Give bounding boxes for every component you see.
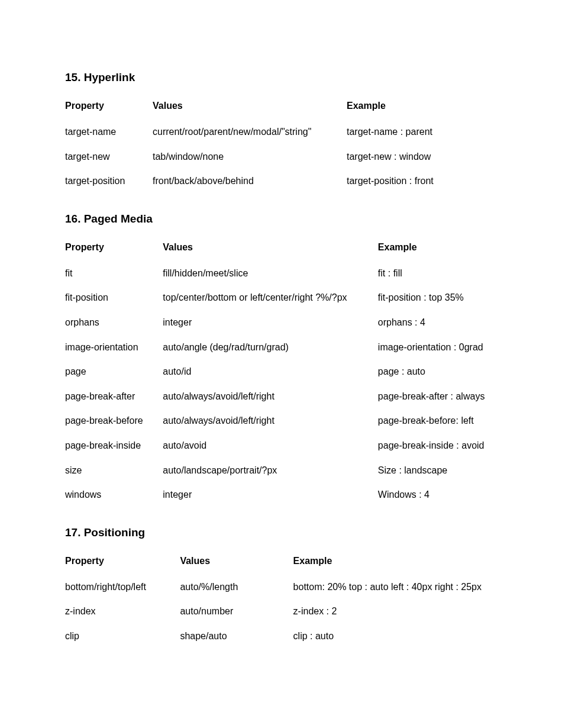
cell-property: page-break-inside (65, 433, 163, 458)
col-header-property: Property (65, 552, 180, 575)
col-header-example: Example (347, 97, 476, 120)
cell-values: auto/always/avoid/left/right (163, 384, 378, 409)
document-page: 15. Hyperlink Property Values Example ta… (0, 0, 562, 715)
col-header-property: Property (65, 97, 153, 120)
cell-values: integer (163, 482, 378, 507)
cell-example: fit-position : top 35% (378, 285, 497, 310)
table-row: page auto/id page : auto (65, 359, 497, 384)
cell-values: auto/angle (deg/rad/turn/grad) (163, 335, 378, 360)
table-row: z-index auto/number z-index : 2 (65, 599, 497, 624)
cell-values: auto/%/length (180, 575, 293, 600)
table-row: windows integer Windows : 4 (65, 482, 497, 507)
cell-example: page-break-before: left (378, 408, 497, 433)
table-row: target-position front/back/above/behind … (65, 169, 476, 194)
cell-property: page (65, 359, 163, 384)
cell-values: auto/id (163, 359, 378, 384)
cell-example: target-new : window (347, 144, 476, 169)
cell-property: target-name (65, 120, 153, 144)
cell-values: shape/auto (180, 624, 293, 649)
cell-property: page-break-after (65, 384, 163, 409)
cell-property: z-index (65, 599, 180, 624)
cell-values: top/center/bottom or left/center/right ?… (163, 285, 378, 310)
table-row: fit-position top/center/bottom or left/c… (65, 285, 497, 310)
cell-property: page-break-before (65, 408, 163, 433)
cell-property: target-new (65, 144, 153, 169)
table-row: target-new tab/window/none target-new : … (65, 144, 476, 169)
cell-property: clip (65, 624, 180, 649)
table-row: image-orientation auto/angle (deg/rad/tu… (65, 335, 497, 360)
table-row: page-break-inside auto/avoid page-break-… (65, 433, 497, 458)
cell-values: tab/window/none (153, 144, 347, 169)
cell-property: target-position (65, 169, 153, 194)
table-header-row: Property Values Example (65, 552, 497, 575)
cell-example: Size : landscape (378, 458, 497, 483)
table-row: bottom/right/top/left auto/%/length bott… (65, 575, 497, 600)
cell-property: size (65, 458, 163, 483)
cell-property: windows (65, 482, 163, 507)
cell-values: auto/avoid (163, 433, 378, 458)
section-paged-media: 16. Paged Media Property Values Example … (65, 212, 497, 507)
cell-example: page : auto (378, 359, 497, 384)
col-header-example: Example (378, 239, 497, 261)
table-positioning: Property Values Example bottom/right/top… (65, 552, 497, 649)
cell-example: clip : auto (293, 624, 497, 649)
cell-example: image-orientation : 0grad (378, 335, 497, 360)
col-header-property: Property (65, 239, 163, 261)
cell-example: page-break-after : always (378, 384, 497, 409)
cell-example: target-name : parent (347, 120, 476, 144)
table-row: fit fill/hidden/meet/slice fit : fill (65, 261, 497, 286)
cell-values: front/back/above/behind (153, 169, 347, 194)
cell-values: fill/hidden/meet/slice (163, 261, 378, 286)
table-header-row: Property Values Example (65, 239, 497, 261)
cell-values: auto/landscape/portrait/?px (163, 458, 378, 483)
cell-values: auto/number (180, 599, 293, 624)
table-row: page-break-before auto/always/avoid/left… (65, 408, 497, 433)
cell-property: fit (65, 261, 163, 286)
cell-example: bottom: 20% top : auto left : 40px right… (293, 575, 497, 600)
section-title: 17. Positioning (65, 526, 497, 539)
section-title: 15. Hyperlink (65, 71, 497, 84)
col-header-values: Values (153, 97, 347, 120)
section-positioning: 17. Positioning Property Values Example … (65, 526, 497, 649)
cell-property: orphans (65, 310, 163, 335)
table-row: target-name current/root/parent/new/moda… (65, 120, 476, 144)
table-paged-media: Property Values Example fit fill/hidden/… (65, 239, 497, 507)
table-header-row: Property Values Example (65, 97, 476, 120)
cell-values: current/root/parent/new/modal/"string" (153, 120, 347, 144)
col-header-values: Values (180, 552, 293, 575)
section-hyperlink: 15. Hyperlink Property Values Example ta… (65, 71, 497, 194)
cell-property: bottom/right/top/left (65, 575, 180, 600)
cell-values: auto/always/avoid/left/right (163, 408, 378, 433)
col-header-example: Example (293, 552, 497, 575)
table-row: orphans integer orphans : 4 (65, 310, 497, 335)
table-hyperlink: Property Values Example target-name curr… (65, 97, 476, 194)
cell-values: integer (163, 310, 378, 335)
table-row: size auto/landscape/portrait/?px Size : … (65, 458, 497, 483)
cell-example: Windows : 4 (378, 482, 497, 507)
cell-example: orphans : 4 (378, 310, 497, 335)
cell-example: fit : fill (378, 261, 497, 286)
table-row: page-break-after auto/always/avoid/left/… (65, 384, 497, 409)
cell-example: target-position : front (347, 169, 476, 194)
cell-example: z-index : 2 (293, 599, 497, 624)
cell-property: image-orientation (65, 335, 163, 360)
section-title: 16. Paged Media (65, 212, 497, 226)
col-header-values: Values (163, 239, 378, 261)
cell-example: page-break-inside : avoid (378, 433, 497, 458)
cell-property: fit-position (65, 285, 163, 310)
table-row: clip shape/auto clip : auto (65, 624, 497, 649)
